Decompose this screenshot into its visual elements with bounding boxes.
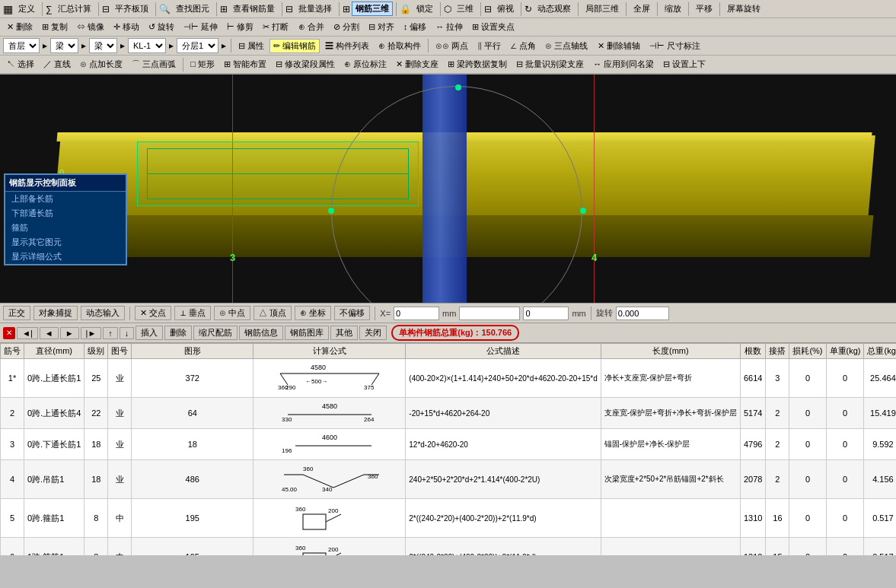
scale-rebar-btn[interactable]: 缩尺配筋 <box>193 326 238 340</box>
cell-count: 2 <box>766 429 789 460</box>
property-btn[interactable]: ⊟ 属性 <box>234 39 268 53</box>
3d-viewport[interactable]: 3 4 Y X 0 钢筋显示控制面板 上部备长筋 下部通长筋 箍筋 显示其它图元… <box>0 75 896 303</box>
ortho-btn[interactable]: 正交 <box>3 306 30 320</box>
copy-btn[interactable]: ⊞ 复制 <box>38 20 72 34</box>
lock-btn[interactable]: 锁定 <box>413 2 437 16</box>
3d-rebar-btn[interactable]: 钢筋三维 <box>352 2 393 16</box>
rotate-input[interactable] <box>616 307 669 320</box>
fullscreen-btn[interactable]: 全屏 <box>630 2 654 16</box>
cell-id: 4 <box>1 460 24 499</box>
local-3d-btn[interactable]: 局部三维 <box>582 2 623 16</box>
control-panel-item-3[interactable]: 箍筋 <box>5 221 126 235</box>
break-btn[interactable]: ✂ 打断 <box>259 20 292 34</box>
control-panel-item-2[interactable]: 下部通长筋 <box>5 206 126 221</box>
3d-btn[interactable]: 三维 <box>453 2 477 16</box>
rotate-btn[interactable]: ↺ 旋转 <box>145 20 178 34</box>
merge-btn[interactable]: ⊕ 合并 <box>295 20 328 34</box>
rebar-info-btn[interactable]: 钢筋信息 <box>239 326 283 340</box>
element-select[interactable]: 梁 <box>89 38 117 53</box>
point-length-btn[interactable]: ⊙ 点加长度 <box>76 57 126 72</box>
parallel-btn[interactable]: ∥ 平行 <box>474 39 505 53</box>
member-list-btn[interactable]: ☰ 构件列表 <box>321 39 373 53</box>
rebar-view-btn[interactable]: 查看钢筋量 <box>229 2 279 16</box>
del-aux-btn[interactable]: ✕ 删除辅轴 <box>594 39 644 53</box>
original-mark-btn[interactable]: ⊕ 原位标注 <box>340 57 391 72</box>
nav-last-btn[interactable]: |► <box>81 327 102 339</box>
top-view-btn[interactable]: 俯视 <box>493 2 518 16</box>
grip-btn[interactable]: ⊞ 设置夹点 <box>468 20 518 34</box>
arc-btn[interactable]: ⌒ 三点画弧 <box>128 57 180 72</box>
table-row[interactable]: 1* 0跨.上通长筋1 25 业 372 4580 360 ←500→ 375 … <box>1 359 897 398</box>
rotate-screen-btn[interactable]: 屏幕旋转 <box>723 2 764 16</box>
type-select[interactable]: 梁 <box>50 38 78 53</box>
del-support-btn[interactable]: ✕ 删除支座 <box>392 57 442 72</box>
dynamic-btn[interactable]: 动态观察 <box>534 2 575 16</box>
nav-first-btn[interactable]: ◄| <box>17 327 38 339</box>
calc-icon: ∑ <box>46 4 53 14</box>
rect-btn[interactable]: □ 矩形 <box>187 57 218 72</box>
edit-rebar-btn[interactable]: ✏ 编辑钢筋 <box>269 39 320 53</box>
y-input[interactable] <box>523 307 569 320</box>
close-btn[interactable]: ✕ <box>3 327 15 339</box>
two-point-btn[interactable]: ⊙⊙ 两点 <box>432 39 472 53</box>
mirror-btn[interactable]: ⇔ 镜像 <box>73 20 108 34</box>
set-updown-btn[interactable]: ⊟ 设置上下 <box>659 57 709 72</box>
stretch-btn[interactable]: ↔ 拉伸 <box>432 20 467 34</box>
select-btn[interactable]: ↖ 选择 <box>3 57 38 72</box>
no-offset-btn[interactable]: 不偏移 <box>334 306 370 320</box>
modify-span-btn[interactable]: ⊟ 修改梁段属性 <box>272 57 339 72</box>
nav-prev-btn[interactable]: ◄ <box>40 327 59 339</box>
calc-btn[interactable]: 汇总计算 <box>54 2 95 16</box>
other-btn[interactable]: 其他 <box>330 326 358 340</box>
delete-btn[interactable]: ✕ 删除 <box>3 20 37 34</box>
table-row[interactable]: 3 0跨.下通长筋1 18 业 18 4600 196 12*d-20+4620… <box>1 429 897 460</box>
mid-btn[interactable]: ⊙ 中点 <box>214 306 250 320</box>
table-row[interactable]: 4 0跨.吊筋1 18 业 486 360 45.00 340 360 240+… <box>1 460 897 499</box>
angle-btn[interactable]: ∠ 点角 <box>506 39 540 53</box>
nav-up-btn[interactable]: ↑ <box>103 327 118 339</box>
line-btn[interactable]: ／ 直线 <box>40 57 75 72</box>
copy-span-btn[interactable]: ⊞ 梁跨数据复制 <box>444 57 511 72</box>
table-row[interactable]: 5 0跨.箍筋1 8 中 195 360 200 2*((240-2*20)+(… <box>1 499 897 538</box>
floor-select[interactable]: 首层 <box>3 38 40 53</box>
three-point-axis-btn[interactable]: ⊙ 三点轴线 <box>541 39 591 53</box>
trim-btn[interactable]: ⊢ 修剪 <box>223 20 257 34</box>
cell-count: 15 <box>766 538 789 556</box>
offset-btn[interactable]: ↕ 偏移 <box>400 20 431 34</box>
split-btn[interactable]: ⊘ 分割 <box>330 20 363 34</box>
control-panel-item-4[interactable]: 显示其它图元 <box>5 235 126 250</box>
coord-btn[interactable]: ⊕ 坐标 <box>295 306 331 320</box>
batch-btn[interactable]: 批量选择 <box>295 2 336 16</box>
smart-layout-btn[interactable]: ⊞ 智能布置 <box>220 57 270 72</box>
find-btn[interactable]: 查找图元 <box>172 2 213 16</box>
nav-next-btn[interactable]: ► <box>60 327 79 339</box>
batch-identify-btn[interactable]: ⊟ 批量识别梁支座 <box>512 57 588 72</box>
nav-down-btn[interactable]: ↓ <box>120 327 135 339</box>
extend-btn[interactable]: ⊣⊢ 延伸 <box>180 20 222 34</box>
dim-btn[interactable]: ⊣⊢ 尺寸标注 <box>646 39 704 53</box>
vertex-btn[interactable]: △ 顶点 <box>253 306 292 320</box>
insert-btn[interactable]: 插入 <box>136 326 163 340</box>
x-input[interactable] <box>394 307 439 320</box>
table-row[interactable]: 2 0跨.上通长筋4 22 业 64 4580 330 264 -20+15*d… <box>1 398 897 429</box>
name-select[interactable]: KL-1 <box>128 38 166 53</box>
control-panel-item-1[interactable]: 上部备长筋 <box>5 192 126 206</box>
define-btn[interactable]: 定义 <box>14 2 39 16</box>
zoom-btn[interactable]: 缩放 <box>661 2 685 16</box>
intersect-btn[interactable]: ✕ 交点 <box>135 306 171 320</box>
align-op-btn[interactable]: ⊟ 对齐 <box>365 20 398 34</box>
table-row[interactable]: 6 1跨.箍筋1 8 中 195 360 200 2*((240-2*20)+(… <box>1 538 897 556</box>
apply-same-btn[interactable]: ↔ 应用到同名梁 <box>589 57 658 72</box>
dynamic-input-btn[interactable]: 动态输入 <box>81 306 125 320</box>
delete-row-btn[interactable]: 删除 <box>164 326 192 340</box>
pick-btn[interactable]: ⊕ 拾取构件 <box>375 39 425 53</box>
perp-btn[interactable]: ⊥ 垂点 <box>174 306 211 320</box>
rebar-lib-btn[interactable]: 钢筋图库 <box>285 326 329 340</box>
move-btn[interactable]: ✛ 移动 <box>110 20 143 34</box>
snap-btn[interactable]: 对象捕捉 <box>33 306 78 320</box>
close-panel-btn[interactable]: 关闭 <box>359 326 387 340</box>
align-btn[interactable]: 平齐板顶 <box>111 2 152 16</box>
layer-select[interactable]: 分层1 <box>177 38 218 53</box>
pan-btn[interactable]: 平移 <box>692 2 716 16</box>
control-panel-item-5[interactable]: 显示详细公式 <box>5 250 126 264</box>
